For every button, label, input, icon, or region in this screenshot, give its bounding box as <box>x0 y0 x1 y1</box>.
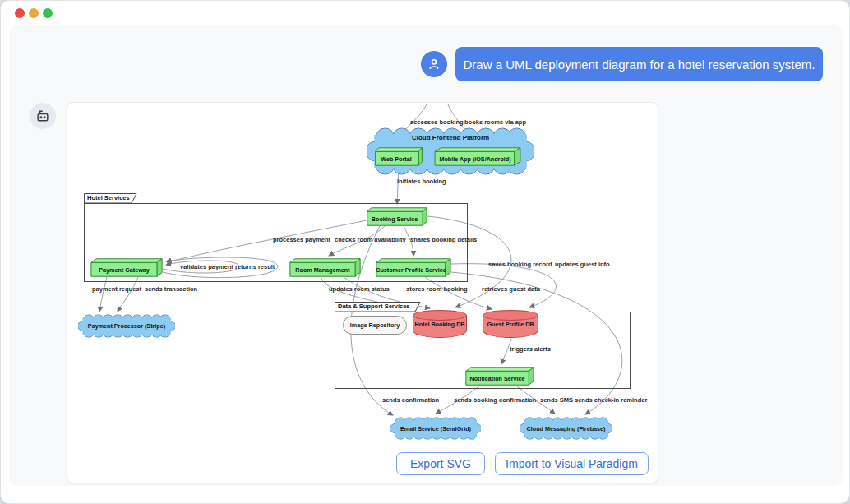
edge-label: sends booking confirmation <box>454 396 536 404</box>
bot-avatar <box>30 103 56 129</box>
edge-label: validates payment <box>180 263 233 270</box>
edge-label: stores room booking <box>406 285 468 293</box>
node-payment-processor-label: Payment Processor (Stripe) <box>88 322 165 330</box>
node-notification-service[interactable]: Notification Service <box>465 367 534 386</box>
node-payment-gateway[interactable]: Payment Gateway <box>90 258 163 277</box>
edge-label: saves booking record <box>488 261 552 268</box>
user-icon <box>427 57 441 72</box>
node-web-portal-label: Web Portal <box>381 151 416 163</box>
edge-label: sends transaction <box>145 285 197 293</box>
node-hotel-booking-db[interactable]: Hotel Booking DB <box>413 310 467 338</box>
node-guest-profile-db[interactable]: Guest Profile DB <box>483 310 538 338</box>
edge-label: sends SMS <box>540 396 573 404</box>
user-avatar <box>421 51 447 77</box>
edge-label: accesses booking <box>410 118 464 126</box>
robot-icon <box>35 108 51 124</box>
node-booking-service[interactable]: Booking Service <box>367 207 427 226</box>
node-hotel-booking-db-label: Hotel Booking DB <box>413 321 467 328</box>
edge-label: returns result <box>235 263 275 270</box>
edge-label: shares booking details <box>410 236 477 243</box>
node-email-service[interactable]: Email Service (SendGrid) <box>390 417 481 440</box>
edge-label: triggers alerts <box>510 345 551 353</box>
user-message-text: Draw a UML deployment diagram for a hote… <box>464 58 815 72</box>
edge-label: updates room status <box>329 285 390 293</box>
cylinder-top-icon <box>483 310 538 321</box>
zoom-button[interactable] <box>43 8 53 18</box>
node-payment-gateway-label: Payment Gateway <box>99 262 155 274</box>
frame-hotel-services-label: Hotel Services <box>87 194 130 201</box>
node-room-management[interactable]: Room Management <box>289 258 361 277</box>
node-notification-service-label: Notification Service <box>469 371 529 382</box>
node-web-portal[interactable]: Web Portal <box>375 147 423 166</box>
node-booking-service-label: Booking Service <box>372 211 423 223</box>
node-email-service-label: Email Service (SendGrid) <box>400 425 471 432</box>
node-mobile-app[interactable]: Mobile App (iOS/Android) <box>434 147 521 166</box>
close-button[interactable] <box>15 8 25 18</box>
export-svg-button[interactable]: Export SVG <box>396 452 485 475</box>
edge-label: payment request <box>92 285 141 293</box>
node-customer-profile[interactable]: Customer Profile Service <box>376 258 451 277</box>
node-guest-profile-db-label: Guest Profile DB <box>483 321 538 328</box>
user-message-bubble: Draw a UML deployment diagram for a hote… <box>455 47 823 81</box>
edge-label: checks room availability <box>335 236 406 243</box>
edge-label: sends check-in reminder <box>575 396 647 404</box>
edge-label: initiates booking <box>397 178 446 185</box>
node-cloud-messaging-label: Cloud Messaging (Firebase) <box>527 425 606 432</box>
node-mobile-app-label: Mobile App (iOS/Android) <box>439 151 515 163</box>
minimize-button[interactable] <box>29 8 39 18</box>
edge-label: sends confirmation <box>382 396 439 404</box>
node-cloud-messaging[interactable]: Cloud Messaging (Firebase) <box>520 417 612 440</box>
app-window: Draw a UML deployment diagram for a hote… <box>0 0 850 504</box>
edge-label: processes payment <box>273 236 330 243</box>
import-visual-paradigm-button[interactable]: Import to Visual Paradigm <box>495 452 649 475</box>
edge-label: retrieves guest data <box>482 285 540 293</box>
node-image-repository-label: Image Repository <box>350 321 400 329</box>
node-payment-processor[interactable]: Payment Processor (Stripe) <box>78 314 175 338</box>
title-bar <box>1 1 849 25</box>
node-image-repository[interactable]: Image Repository <box>343 316 407 335</box>
diagram-card: Hotel Services Data & Support Services C… <box>67 102 658 483</box>
node-customer-profile-label: Customer Profile Service <box>376 262 451 274</box>
node-room-management-label: Room Management <box>295 262 354 274</box>
node-cloud-frontend-label: Cloud Frontend Platform <box>367 134 534 141</box>
cylinder-top-icon <box>413 310 467 321</box>
edge-label: updates guest info <box>555 261 610 268</box>
edge-label: books rooms via app <box>464 118 526 126</box>
frame-data-support-label: Data & Support Services <box>338 303 410 310</box>
